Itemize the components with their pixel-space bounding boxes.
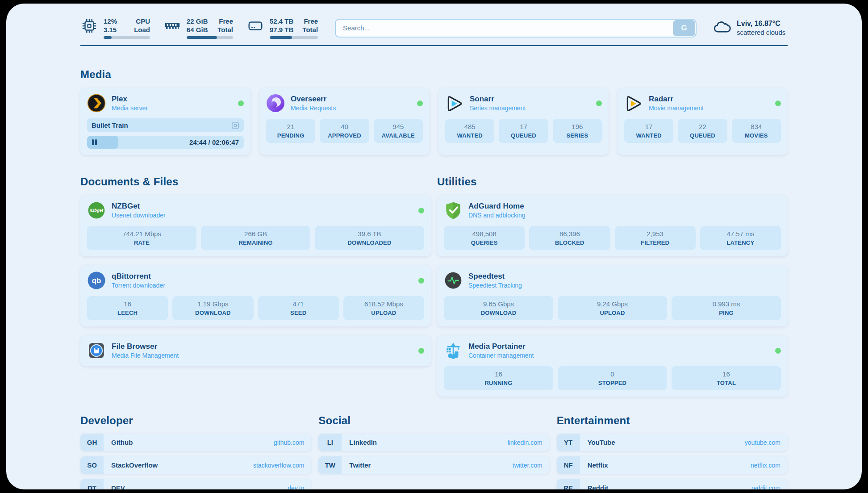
app-name: Media Portainer (468, 342, 534, 351)
card-plex[interactable]: Plex Media server Bullet Train 24:44 / 0… (80, 88, 250, 155)
link-url: twitter.com (513, 462, 542, 469)
card-filebrowser[interactable]: File Browser Media File Management (80, 335, 431, 366)
filebrowser-icon (87, 341, 106, 360)
nzbget-icon: nzbget (87, 201, 106, 220)
app-name: File Browser (112, 342, 179, 351)
status-dot (418, 348, 424, 354)
ram-stat: 22 GiBFree 64 GiBTotal (163, 17, 233, 39)
stat-running: 16 RUNNING (444, 366, 553, 390)
weather-condition: scattered clouds (737, 28, 785, 37)
stat-seed: 471 SEED (258, 296, 339, 320)
now-playing-icon (231, 121, 239, 130)
stat-pending: 21 PENDING (266, 119, 315, 143)
link-name: Github (111, 439, 133, 446)
portainer-icon (444, 341, 463, 360)
link-url: github.com (274, 439, 304, 446)
card-radarr[interactable]: Radarr Movie management 17 WANTED 22 QUE… (618, 88, 788, 155)
playback-progress-bar: 24:44 / 02:06:47 (87, 136, 244, 149)
status-dot (418, 208, 424, 213)
overseerr-icon (266, 94, 285, 113)
ram-progress-bar (187, 36, 233, 39)
link-name: LinkedIn (349, 439, 377, 446)
search-bar: G (335, 19, 697, 38)
cpu-load-value: 3.15 (104, 25, 117, 34)
link-name: DEV (111, 484, 125, 489)
disk-free-value: 52.4 TB (270, 17, 293, 25)
stat-wanted: 17 WANTED (624, 119, 673, 143)
app-subtitle: Torrent downloader (112, 281, 165, 289)
link-reddit[interactable]: RE Reddit reddit.com (557, 479, 788, 489)
link-netflix[interactable]: NF Netflix netflix.com (557, 456, 788, 474)
app-name: AdGuard Home (468, 201, 526, 211)
card-speedtest[interactable]: Speedtest Speedtest Tracking 9.65 Gbps D… (437, 265, 788, 326)
app-name: Radarr (649, 94, 704, 104)
app-name: Overseerr (291, 94, 336, 104)
cpu-progress-bar (104, 36, 150, 39)
mid-sections: Documents & Files nzbget NZBGet Usenet d… (80, 162, 788, 397)
link-url: youtube.com (745, 439, 780, 446)
search-engine-button[interactable]: G (673, 20, 695, 36)
link-stackoverflow[interactable]: SO StackOverflow stackoverflow.com (80, 456, 311, 474)
link-name: YouTube (588, 439, 615, 446)
dashboard-panel: 12%CPU 3.15Load 22 GiBFree 64 GiBTotal (6, 4, 862, 489)
stat-upload: 9.24 Gbps UPLOAD (558, 296, 667, 320)
section-documents: Documents & Files nzbget NZBGet Usenet d… (80, 162, 431, 366)
card-portainer[interactable]: Media Portainer Container management 16 … (437, 335, 788, 397)
svg-text:nzbget: nzbget (90, 208, 104, 213)
app-name: Sonarr (470, 94, 526, 104)
stat-available: 945 AVAILABLE (374, 119, 423, 143)
disk-total-label: Total (302, 25, 318, 34)
card-qbittorrent[interactable]: qb qBittorrent Torrent downloader 16 LEE… (80, 265, 431, 326)
link-url: stackoverflow.com (253, 462, 304, 469)
disk-stat: 52.4 TBFree 97.9 TBTotal (246, 17, 318, 39)
link-name: StackOverflow (111, 461, 158, 469)
link-dev[interactable]: DT DEV dev.to (80, 479, 311, 489)
cpu-stat: 12%CPU 3.15Load (80, 17, 150, 39)
ram-free-label: Free (219, 17, 233, 25)
stat-movies: 834 MOVIES (732, 119, 781, 143)
stat-total: 16 TOTAL (672, 366, 781, 390)
link-github[interactable]: GH Github github.com (80, 434, 311, 451)
disk-free-label: Free (304, 17, 318, 25)
speedtest-icon (444, 271, 463, 290)
app-name: qBittorrent (112, 272, 165, 281)
section-title-utilities: Utilities (437, 175, 788, 188)
link-twitter[interactable]: TW Twitter twitter.com (318, 456, 549, 474)
link-name: Twitter (349, 461, 371, 469)
cloud-icon (712, 17, 731, 39)
card-adguard[interactable]: AdGuard Home DNS and adblocking 498,508 … (437, 195, 788, 256)
stat-downloaded: 39.6 TB DOWNLOADED (315, 226, 424, 250)
link-name: Reddit (588, 484, 609, 489)
link-abbr: TW (318, 456, 342, 474)
card-overseerr[interactable]: Overseerr Media Requests 21 PENDING 40 A… (259, 88, 430, 155)
link-abbr: NF (557, 456, 580, 474)
link-linkedin[interactable]: LI LinkedIn linkedin.com (318, 434, 549, 451)
weather-widget: Lviv, 16.87°C scattered clouds (712, 17, 788, 39)
stat-download: 1.19 Gbps DOWNLOAD (172, 296, 253, 320)
stat-approved: 40 APPROVED (320, 119, 369, 143)
pause-icon (92, 139, 97, 145)
card-sonarr[interactable]: Sonarr Series management 485 WANTED 17 Q… (438, 88, 609, 155)
weather-location-temp: Lviv, 16.87°C (737, 19, 785, 28)
disk-total-value: 97.9 TB (270, 25, 293, 34)
svg-text:qb: qb (92, 276, 101, 285)
search-input[interactable] (335, 19, 697, 38)
app-subtitle: Container management (468, 351, 534, 359)
app-subtitle: Media Requests (291, 104, 336, 112)
plex-icon (87, 94, 106, 113)
stat-series: 196 SERIES (553, 119, 602, 143)
link-abbr: DT (80, 479, 104, 489)
link-abbr: YT (557, 434, 580, 451)
stat-filtered: 2,953 FILTERED (615, 226, 696, 250)
status-dot (775, 348, 781, 354)
disk-progress-bar (270, 36, 318, 39)
cpu-usage-value: 12% (104, 17, 117, 25)
link-youtube[interactable]: YT YouTube youtube.com (557, 434, 788, 451)
top-bar: 12%CPU 3.15Load 22 GiBFree 64 GiBTotal (80, 17, 788, 39)
section-title-entertainment: Entertainment (557, 414, 788, 427)
stat-stopped: 0 STOPPED (558, 366, 667, 390)
card-nzbget[interactable]: nzbget NZBGet Usenet downloader 744.21 M… (80, 195, 431, 256)
status-dot (775, 100, 781, 106)
link-name: Netflix (588, 461, 608, 469)
app-name: NZBGet (112, 201, 166, 211)
